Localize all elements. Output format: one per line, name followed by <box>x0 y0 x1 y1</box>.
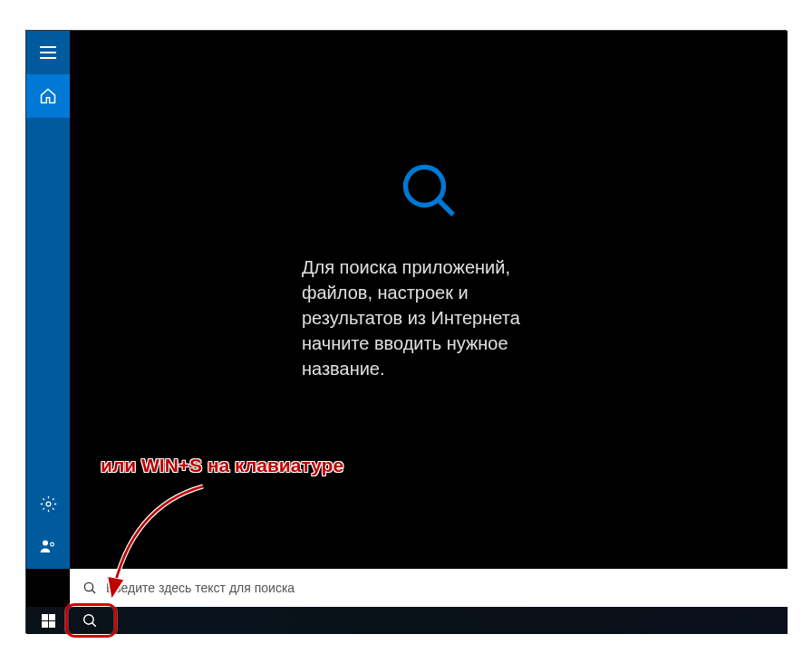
svg-point-1 <box>43 541 48 546</box>
windows-logo-icon <box>42 614 55 628</box>
svg-line-6 <box>92 590 95 593</box>
svg-point-5 <box>84 582 92 591</box>
taskbar-search-button[interactable] <box>70 607 110 634</box>
start-button[interactable] <box>26 607 70 634</box>
search-icon <box>82 612 98 629</box>
gear-icon <box>40 495 57 513</box>
windows-search-panel: Для поиска приложений, файлов, настроек … <box>26 31 788 591</box>
svg-point-2 <box>51 543 54 546</box>
svg-line-8 <box>92 623 96 627</box>
screenshot-frame: Для поиска приложений, файлов, настроек … <box>25 30 787 633</box>
hamburger-button[interactable] <box>26 31 70 74</box>
search-body: Для поиска приложений, файлов, настроек … <box>70 31 788 569</box>
svg-line-4 <box>439 200 454 216</box>
svg-point-7 <box>84 615 94 625</box>
search-icon <box>82 581 97 595</box>
search-sidebar <box>26 31 70 569</box>
home-button[interactable] <box>26 74 70 118</box>
search-instruction-text: Для поиска приложений, файлов, настроек … <box>302 255 556 381</box>
search-large-icon <box>396 158 461 223</box>
taskbar <box>26 607 788 634</box>
feedback-button[interactable] <box>26 525 70 569</box>
taskbar-background <box>26 607 788 634</box>
hamburger-icon <box>40 46 56 59</box>
feedback-icon <box>40 539 56 555</box>
svg-point-3 <box>406 168 444 206</box>
svg-point-0 <box>46 502 51 506</box>
home-icon <box>39 87 57 105</box>
search-input-bar[interactable] <box>70 569 788 607</box>
settings-button[interactable] <box>26 482 70 525</box>
search-input[interactable] <box>106 581 775 595</box>
